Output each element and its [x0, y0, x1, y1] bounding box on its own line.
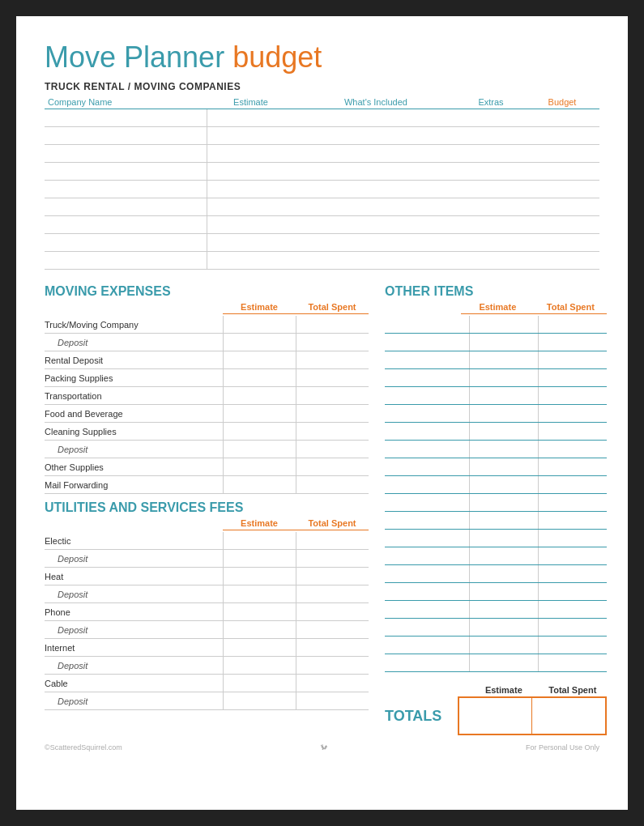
utility-total-cell[interactable] — [296, 585, 369, 602]
expense-total-cell[interactable] — [296, 458, 369, 475]
truck-cell[interactable] — [525, 181, 599, 198]
truck-cell[interactable] — [45, 109, 207, 127]
expense-estimate-cell[interactable] — [223, 423, 296, 440]
truck-cell[interactable] — [207, 145, 295, 163]
truck-cell[interactable] — [45, 127, 207, 145]
other-estimate-cell[interactable] — [469, 351, 538, 368]
other-estimate-cell[interactable] — [469, 405, 538, 422]
other-estimate-cell[interactable] — [469, 476, 538, 493]
expense-estimate-cell[interactable] — [223, 387, 296, 404]
truck-cell[interactable] — [295, 198, 457, 216]
other-estimate-cell[interactable] — [469, 530, 538, 547]
utility-total-cell[interactable] — [296, 603, 369, 620]
other-estimate-cell[interactable] — [469, 512, 538, 529]
truck-cell[interactable] — [207, 234, 295, 252]
truck-cell[interactable] — [207, 252, 295, 270]
utility-total-cell[interactable] — [296, 621, 369, 638]
truck-cell[interactable] — [207, 127, 295, 145]
other-total-cell[interactable] — [538, 369, 607, 386]
expense-estimate-cell[interactable] — [223, 316, 296, 333]
truck-cell[interactable] — [45, 234, 207, 252]
expense-estimate-cell[interactable] — [223, 441, 296, 458]
expense-estimate-cell[interactable] — [223, 334, 296, 351]
other-estimate-cell[interactable] — [469, 619, 538, 636]
other-estimate-cell[interactable] — [469, 547, 538, 564]
truck-cell[interactable] — [457, 127, 525, 145]
other-total-cell[interactable] — [538, 512, 607, 529]
other-total-cell[interactable] — [538, 387, 607, 404]
truck-cell[interactable] — [45, 181, 207, 198]
utility-estimate-cell[interactable] — [223, 568, 296, 585]
truck-cell[interactable] — [295, 145, 457, 163]
utility-total-cell[interactable] — [296, 532, 369, 549]
utility-estimate-cell[interactable] — [223, 692, 296, 709]
utility-total-cell[interactable] — [296, 657, 369, 674]
other-estimate-cell[interactable] — [469, 458, 538, 475]
other-estimate-cell[interactable] — [469, 654, 538, 671]
other-estimate-cell[interactable] — [469, 423, 538, 440]
other-total-cell[interactable] — [538, 476, 607, 493]
expense-estimate-cell[interactable] — [223, 458, 296, 475]
utility-estimate-cell[interactable] — [223, 603, 296, 620]
expense-total-cell[interactable] — [296, 405, 369, 422]
truck-cell[interactable] — [525, 198, 599, 216]
truck-cell[interactable] — [207, 216, 295, 234]
other-total-cell[interactable] — [538, 458, 607, 475]
other-total-cell[interactable] — [538, 619, 607, 636]
truck-cell[interactable] — [295, 252, 457, 270]
truck-cell[interactable] — [295, 234, 457, 252]
truck-cell[interactable] — [525, 145, 599, 163]
expense-total-cell[interactable] — [296, 316, 369, 333]
truck-cell[interactable] — [525, 109, 599, 127]
other-total-cell[interactable] — [538, 654, 607, 671]
utility-total-cell[interactable] — [296, 639, 369, 656]
utility-estimate-cell[interactable] — [223, 621, 296, 638]
other-total-cell[interactable] — [538, 547, 607, 564]
truck-cell[interactable] — [295, 181, 457, 198]
truck-cell[interactable] — [295, 127, 457, 145]
other-total-cell[interactable] — [538, 583, 607, 600]
truck-cell[interactable] — [525, 234, 599, 252]
other-estimate-cell[interactable] — [469, 441, 538, 458]
utility-total-cell[interactable] — [296, 675, 369, 692]
expense-estimate-cell[interactable] — [223, 351, 296, 368]
other-estimate-cell[interactable] — [469, 387, 538, 404]
expense-total-cell[interactable] — [296, 369, 369, 386]
expense-estimate-cell[interactable] — [223, 476, 296, 493]
expense-total-cell[interactable] — [296, 423, 369, 440]
other-total-cell[interactable] — [538, 530, 607, 547]
other-estimate-cell[interactable] — [469, 334, 538, 351]
other-estimate-cell[interactable] — [469, 583, 538, 600]
expense-total-cell[interactable] — [296, 351, 369, 368]
expense-total-cell[interactable] — [296, 441, 369, 458]
other-estimate-cell[interactable] — [469, 369, 538, 386]
truck-cell[interactable] — [45, 252, 207, 270]
truck-cell[interactable] — [45, 145, 207, 163]
truck-cell[interactable] — [45, 216, 207, 234]
other-estimate-cell[interactable] — [469, 637, 538, 654]
utility-estimate-cell[interactable] — [223, 675, 296, 692]
other-estimate-cell[interactable] — [469, 601, 538, 618]
truck-cell[interactable] — [525, 163, 599, 181]
totals-estimate-cell[interactable] — [459, 698, 532, 734]
expense-total-cell[interactable] — [296, 387, 369, 404]
other-total-cell[interactable] — [538, 494, 607, 511]
truck-cell[interactable] — [45, 163, 207, 181]
other-total-cell[interactable] — [538, 601, 607, 618]
utility-estimate-cell[interactable] — [223, 639, 296, 656]
truck-cell[interactable] — [207, 181, 295, 198]
expense-estimate-cell[interactable] — [223, 369, 296, 386]
truck-cell[interactable] — [295, 163, 457, 181]
truck-cell[interactable] — [525, 252, 599, 270]
truck-cell[interactable] — [457, 234, 525, 252]
totals-total-cell[interactable] — [532, 698, 605, 734]
truck-cell[interactable] — [457, 109, 525, 127]
truck-cell[interactable] — [295, 109, 457, 127]
utility-estimate-cell[interactable] — [223, 532, 296, 549]
other-estimate-cell[interactable] — [469, 494, 538, 511]
other-total-cell[interactable] — [538, 405, 607, 422]
truck-cell[interactable] — [207, 163, 295, 181]
truck-cell[interactable] — [457, 163, 525, 181]
other-total-cell[interactable] — [538, 351, 607, 368]
truck-cell[interactable] — [457, 198, 525, 216]
